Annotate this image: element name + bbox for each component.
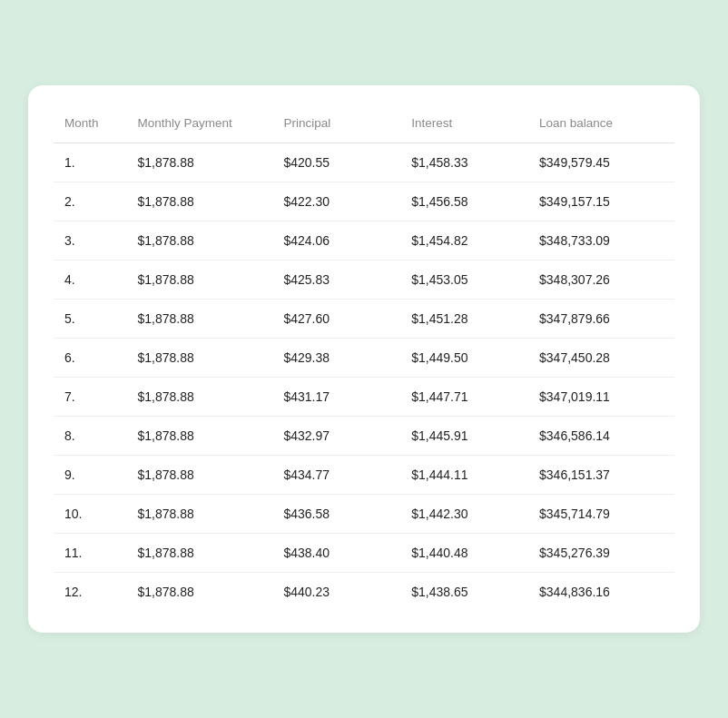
- cell-interest: $1,451.28: [400, 300, 528, 339]
- cell-month: 5.: [54, 300, 126, 339]
- cell-interest: $1,456.58: [400, 182, 528, 221]
- cell-payment: $1,878.88: [126, 573, 272, 612]
- cell-month: 1.: [54, 143, 126, 182]
- cell-principal: $440.23: [272, 573, 400, 612]
- cell-interest: $1,442.30: [400, 495, 528, 534]
- cell-principal: $432.97: [272, 417, 400, 456]
- cell-interest: $1,445.91: [400, 417, 528, 456]
- cell-balance: $349,579.45: [528, 143, 674, 182]
- cell-month: 3.: [54, 221, 126, 261]
- cell-balance: $347,879.66: [528, 300, 674, 339]
- cell-payment: $1,878.88: [126, 378, 272, 417]
- cell-payment: $1,878.88: [126, 417, 272, 456]
- table-row: 6. $1,878.88 $429.38 $1,449.50 $347,450.…: [54, 339, 674, 378]
- cell-balance: $347,450.28: [528, 339, 674, 378]
- cell-interest: $1,453.05: [400, 261, 528, 300]
- cell-principal: $425.83: [272, 261, 400, 300]
- cell-principal: $427.60: [272, 300, 400, 339]
- cell-month: 7.: [54, 378, 126, 417]
- cell-balance: $346,151.37: [528, 456, 674, 495]
- table-row: 10. $1,878.88 $436.58 $1,442.30 $345,714…: [54, 495, 674, 534]
- amortization-table: Month Monthly Payment Principal Interest…: [54, 107, 674, 611]
- cell-payment: $1,878.88: [126, 143, 272, 182]
- table-row: 2. $1,878.88 $422.30 $1,456.58 $349,157.…: [54, 182, 674, 221]
- table-row: 1. $1,878.88 $420.55 $1,458.33 $349,579.…: [54, 143, 674, 182]
- cell-payment: $1,878.88: [126, 300, 272, 339]
- cell-payment: $1,878.88: [126, 339, 272, 378]
- amortization-card: Month Monthly Payment Principal Interest…: [28, 85, 700, 633]
- table-row: 12. $1,878.88 $440.23 $1,438.65 $344,836…: [54, 573, 674, 612]
- header-principal: Principal: [272, 107, 400, 143]
- table-row: 4. $1,878.88 $425.83 $1,453.05 $348,307.…: [54, 261, 674, 300]
- cell-balance: $349,157.15: [528, 182, 674, 221]
- cell-month: 12.: [54, 573, 126, 612]
- cell-month: 11.: [54, 534, 126, 573]
- cell-month: 4.: [54, 261, 126, 300]
- cell-month: 8.: [54, 417, 126, 456]
- cell-interest: $1,447.71: [400, 378, 528, 417]
- cell-principal: $434.77: [272, 456, 400, 495]
- cell-payment: $1,878.88: [126, 221, 272, 261]
- header-interest: Interest: [400, 107, 528, 143]
- cell-month: 2.: [54, 182, 126, 221]
- table-row: 3. $1,878.88 $424.06 $1,454.82 $348,733.…: [54, 221, 674, 261]
- header-payment: Monthly Payment: [126, 107, 272, 143]
- cell-payment: $1,878.88: [126, 261, 272, 300]
- cell-interest: $1,458.33: [400, 143, 528, 182]
- table-row: 9. $1,878.88 $434.77 $1,444.11 $346,151.…: [54, 456, 674, 495]
- cell-month: 10.: [54, 495, 126, 534]
- cell-month: 9.: [54, 456, 126, 495]
- cell-balance: $348,733.09: [528, 221, 674, 261]
- cell-principal: $420.55: [272, 143, 400, 182]
- cell-month: 6.: [54, 339, 126, 378]
- cell-principal: $429.38: [272, 339, 400, 378]
- cell-principal: $438.40: [272, 534, 400, 573]
- cell-payment: $1,878.88: [126, 182, 272, 221]
- cell-balance: $348,307.26: [528, 261, 674, 300]
- cell-principal: $431.17: [272, 378, 400, 417]
- header-month: Month: [54, 107, 126, 143]
- cell-principal: $436.58: [272, 495, 400, 534]
- cell-principal: $422.30: [272, 182, 400, 221]
- cell-payment: $1,878.88: [126, 495, 272, 534]
- header-balance: Loan balance: [528, 107, 674, 143]
- table-row: 5. $1,878.88 $427.60 $1,451.28 $347,879.…: [54, 300, 674, 339]
- cell-interest: $1,444.11: [400, 456, 528, 495]
- cell-interest: $1,438.65: [400, 573, 528, 612]
- table-row: 8. $1,878.88 $432.97 $1,445.91 $346,586.…: [54, 417, 674, 456]
- cell-payment: $1,878.88: [126, 456, 272, 495]
- cell-interest: $1,454.82: [400, 221, 528, 261]
- table-row: 11. $1,878.88 $438.40 $1,440.48 $345,276…: [54, 534, 674, 573]
- cell-balance: $345,714.79: [528, 495, 674, 534]
- cell-interest: $1,449.50: [400, 339, 528, 378]
- cell-principal: $424.06: [272, 221, 400, 261]
- cell-payment: $1,878.88: [126, 534, 272, 573]
- cell-balance: $347,019.11: [528, 378, 674, 417]
- cell-balance: $346,586.14: [528, 417, 674, 456]
- cell-balance: $345,276.39: [528, 534, 674, 573]
- cell-balance: $344,836.16: [528, 573, 674, 612]
- cell-interest: $1,440.48: [400, 534, 528, 573]
- table-row: 7. $1,878.88 $431.17 $1,447.71 $347,019.…: [54, 378, 674, 417]
